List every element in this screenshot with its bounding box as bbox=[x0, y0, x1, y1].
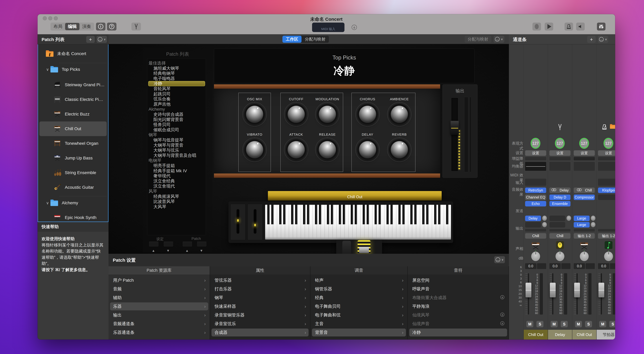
channel-strips-toggle-button[interactable] bbox=[597, 22, 606, 30]
sidebar-item-classic-electric-pi-[interactable]: Classic Electric Pi… bbox=[40, 92, 107, 107]
solo-button[interactable]: S bbox=[585, 321, 592, 327]
audio-effect-slot[interactable]: Ensemble bbox=[550, 201, 570, 206]
midi-effect-slot[interactable] bbox=[525, 179, 546, 186]
library-item-输出[interactable]: 输出› bbox=[110, 311, 208, 319]
sidebar-item-acoustic-guitar[interactable]: Acoustic Guitar bbox=[40, 180, 107, 195]
info-button[interactable]: i bbox=[96, 22, 106, 30]
output-slot[interactable]: Chill bbox=[525, 233, 546, 239]
library-item-电子舞曲贝司[interactable]: 电子舞曲贝司› bbox=[312, 302, 406, 310]
master-mute-button[interactable] bbox=[576, 22, 585, 30]
settings-button[interactable]: 设置 bbox=[525, 150, 546, 156]
overlay-settings-next-button[interactable] bbox=[163, 242, 174, 247]
volume-db-value[interactable]: 0.0 bbox=[574, 263, 585, 269]
library-item-音频通道条[interactable]: 音频通道条› bbox=[110, 320, 208, 328]
expression-pedal[interactable] bbox=[358, 240, 370, 254]
library-item-布隆街重大合成器[interactable]: 布隆街重大合成器 bbox=[409, 294, 507, 302]
overlay-patch-钢琴与低音提琴[interactable]: 钢琴与低音提琴 bbox=[148, 138, 205, 143]
overlay-settings-prev-button[interactable] bbox=[149, 242, 159, 247]
sidebar-item-steinway-grand-pi-[interactable]: Steinway Grand Pi… bbox=[40, 77, 107, 92]
settings-button[interactable]: 设置 bbox=[574, 150, 595, 156]
knob-modulation[interactable] bbox=[319, 106, 336, 123]
pan-knob[interactable] bbox=[604, 252, 613, 261]
output-fader[interactable] bbox=[450, 121, 459, 135]
overlay-patch-比波普风琴[interactable]: 比波普风琴 bbox=[148, 199, 205, 204]
library-item-呼吸声音[interactable]: 呼吸声音 bbox=[409, 285, 507, 293]
knob-release[interactable] bbox=[319, 141, 336, 158]
sidebar-item-alchemy[interactable]: ∨Alchemy bbox=[40, 196, 107, 210]
library-item-打击乐器[interactable]: 打击乐器› bbox=[212, 285, 308, 293]
midi-effect-slot[interactable] bbox=[598, 179, 615, 186]
disclosure-chevron-icon[interactable]: ∨ bbox=[45, 67, 50, 72]
pan-knob[interactable] bbox=[556, 252, 564, 261]
volume-fader[interactable] bbox=[526, 283, 531, 297]
send-slot[interactable]: Delay bbox=[525, 216, 541, 221]
down-arrow-icon[interactable]: ▼ bbox=[200, 249, 203, 253]
add-channel-strip-button[interactable]: + bbox=[587, 36, 596, 43]
volume-fader[interactable] bbox=[550, 283, 556, 297]
eq-thumbnail[interactable] bbox=[598, 162, 615, 171]
library-item-合成器[interactable]: 合成器› bbox=[212, 329, 308, 337]
channel-name-tab[interactable]: Chill Out bbox=[572, 330, 596, 340]
eq-thumbnail[interactable] bbox=[550, 162, 570, 171]
library-item-音频[interactable]: 音频› bbox=[110, 285, 208, 293]
library-item-钢琴[interactable]: 钢琴› bbox=[212, 294, 308, 302]
keyboard-keys[interactable] bbox=[265, 205, 451, 240]
solo-button[interactable]: S bbox=[561, 321, 568, 327]
audio-effect-slot[interactable]: Echo bbox=[525, 201, 546, 206]
send-level-knob[interactable] bbox=[566, 216, 571, 221]
audio-effect-slot[interactable] bbox=[598, 194, 615, 200]
send-level-knob[interactable] bbox=[542, 216, 547, 221]
eq-thumbnail[interactable] bbox=[574, 162, 595, 171]
overlay-patch-经典电钢琴[interactable]: 经典电钢琴 bbox=[148, 71, 205, 76]
volume-db-value[interactable]: 0.0 bbox=[598, 263, 609, 269]
library-item-经典[interactable]: 经典› bbox=[312, 294, 406, 302]
send-level-knob[interactable] bbox=[542, 222, 547, 227]
mode-layout-button[interactable]: 布局 bbox=[51, 23, 65, 30]
sidebar-item-top-picks[interactable]: ∨Top Picks bbox=[40, 62, 107, 77]
overlay-patch-明亮手提箱[interactable]: 明亮手提箱 bbox=[148, 163, 205, 168]
library-item-背景音[interactable]: 背景音› bbox=[312, 329, 406, 337]
send-level-knob[interactable] bbox=[591, 222, 596, 227]
patch-list-menu-button[interactable]: …∨ bbox=[96, 36, 107, 43]
expression-knob[interactable]: 127 bbox=[530, 138, 540, 149]
sidebar-item-未命名-concert[interactable]: 未命名 Concert bbox=[40, 46, 107, 61]
overlay-patch-大钢琴与背景音[interactable]: 大钢琴与背景音 bbox=[148, 143, 205, 148]
download-status-icon[interactable] bbox=[351, 24, 357, 30]
pedal[interactable] bbox=[342, 241, 351, 254]
patch-settings-menu-button[interactable]: …∨ bbox=[494, 256, 505, 263]
up-arrow-icon[interactable]: ▲ bbox=[152, 249, 155, 253]
volume-fader[interactable] bbox=[598, 283, 604, 297]
tuner-button[interactable] bbox=[132, 22, 141, 30]
overlay-patch-经典摇滚风琴[interactable]: 经典摇滚风琴 bbox=[148, 194, 205, 199]
audio-effect-slot[interactable]: Channel EQ bbox=[525, 194, 546, 200]
volume-db-value[interactable]: 0.0 bbox=[550, 263, 561, 269]
solo-button[interactable]: S bbox=[536, 321, 544, 327]
knob-osc-mix[interactable] bbox=[246, 106, 263, 123]
help-button[interactable]: ? bbox=[107, 22, 116, 30]
tab-assignments[interactable]: 分配与映射 bbox=[302, 36, 329, 43]
mute-button[interactable]: M bbox=[575, 321, 582, 327]
overlay-patch-大风琴[interactable]: 大风琴 bbox=[148, 204, 205, 209]
knob-attack[interactable] bbox=[288, 141, 305, 158]
play-button[interactable] bbox=[545, 22, 553, 30]
overlay-patch-冷静[interactable]: 冷静 bbox=[148, 81, 205, 86]
mod-wheel-module[interactable] bbox=[248, 204, 263, 240]
pitch-wheel-module[interactable] bbox=[230, 204, 246, 240]
channel-name-tab[interactable]: Chill Out bbox=[524, 330, 548, 340]
mute-button[interactable]: M bbox=[526, 321, 533, 327]
metronome-button[interactable] bbox=[564, 22, 573, 30]
library-item-铜管乐器[interactable]: 铜管乐器› bbox=[312, 285, 406, 293]
volume-db-value[interactable]: 0.0 bbox=[525, 263, 536, 269]
overlay-patch-大钢琴与背景音及合唱[interactable]: 大钢琴与背景音及合唱 bbox=[148, 153, 205, 158]
send-slot[interactable] bbox=[525, 222, 541, 227]
library-item-铃声[interactable]: 铃声› bbox=[312, 276, 406, 284]
knob-cutoff[interactable] bbox=[288, 106, 305, 123]
mute-button[interactable]: M bbox=[599, 321, 606, 327]
sidebar-item-electric-buzz[interactable]: Electric Buzz bbox=[40, 107, 107, 122]
disclosure-chevron-icon[interactable]: ∨ bbox=[45, 201, 50, 205]
library-item-仙境风琴[interactable]: 仙境风琴 bbox=[409, 311, 507, 319]
eq-thumbnail[interactable] bbox=[525, 162, 546, 171]
sidebar-item-jump-up-bass[interactable]: Jump Up Bass bbox=[40, 151, 107, 166]
library-item-快速采样器[interactable]: 快速采样器› bbox=[212, 302, 308, 310]
input-slot[interactable]: Delay bbox=[550, 187, 570, 193]
